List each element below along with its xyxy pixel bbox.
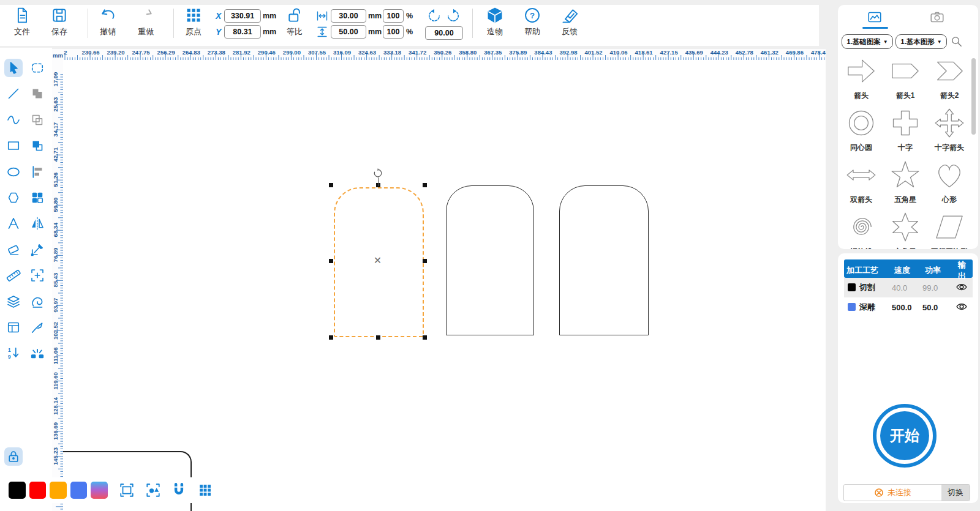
color-swatch-3[interactable] [50,482,67,499]
process-row-深雕[interactable]: 深雕500.050.0 [844,297,973,317]
shape-item-1[interactable]: 箭头 [839,54,883,101]
rotate-handle[interactable] [373,168,383,178]
color-swatch-1[interactable] [9,482,26,499]
start-button[interactable]: 开始 [873,404,937,468]
shape-cross-arrow-icon [930,106,968,140]
frame-icon [119,482,135,498]
layer-color-chip[interactable] [848,303,856,311]
gallery-scrollbar[interactable] [971,58,976,135]
split-tool-button[interactable] [28,344,47,362]
shape-item-11[interactable]: 六角星 [883,210,927,249]
canvas[interactable]: ✕ [63,60,826,511]
save-button[interactable]: 保存 [42,7,77,37]
canvas-shape-3[interactable] [559,185,649,335]
selection-handle[interactable] [376,335,380,340]
help-button[interactable]: ? 帮助 [515,7,549,37]
search-icon[interactable] [951,35,963,48]
shape-item-10[interactable]: 螺旋线 [839,210,883,249]
color-swatch-4[interactable] [70,482,88,499]
dimension-tool-button[interactable] [28,266,47,285]
switch-device-button[interactable]: 切换 [941,485,970,501]
lock-tool-button[interactable] [4,447,23,466]
shape-item-3[interactable]: 箭头2 [927,54,971,101]
category-dropdown[interactable]: 1.基础图案 ▼ [842,34,893,49]
power-value[interactable]: 50.0 [922,303,956,312]
selection-handle[interactable] [423,259,427,263]
combine-tool-button[interactable] [28,136,47,155]
origin-button[interactable]: 原点 [176,7,211,37]
speed-value[interactable]: 40.0 [892,283,922,293]
proportional-lock-button[interactable]: 等比 [277,7,312,37]
height-percent-input[interactable] [383,25,404,39]
power-value[interactable]: 99.0 [922,283,956,293]
subtract-tool-button[interactable] [28,111,47,129]
output-visibility-toggle[interactable] [956,300,973,315]
selection-handle[interactable] [329,183,333,187]
weld-tool-button[interactable] [28,84,47,103]
width-input[interactable] [331,9,366,23]
gallery-tab[interactable] [866,10,883,24]
subcategory-dropdown[interactable]: 1.基本图形 ▼ [895,34,947,49]
line-tool-button[interactable] [4,84,23,103]
color-swatch-5[interactable] [91,482,108,499]
shape-item-7[interactable]: 双箭头 [839,158,883,205]
create-button[interactable]: 造物 [478,7,512,37]
rotate-ccw-button[interactable] [427,9,442,23]
rotation-input[interactable] [425,26,463,40]
mirror-tool-button[interactable] [28,214,47,233]
shape-item-5[interactable]: 十字 [883,106,927,153]
width-percent-input[interactable] [383,9,404,23]
align-icon [30,165,45,179]
shape-item-4[interactable]: 同心圆 [839,106,883,153]
selection-handle[interactable] [423,335,427,340]
rect-tool-button[interactable] [4,136,23,155]
node-edit-tool-button[interactable] [28,241,47,259]
text-tool-button[interactable] [4,214,23,233]
serial-tool-button[interactable]: 19 [4,344,23,362]
selection-handle[interactable] [329,259,333,263]
redo-button[interactable]: 重做 [129,7,163,37]
grid-group-tool-button[interactable] [28,188,47,207]
shape-item-6[interactable]: 十字箭头 [927,106,971,153]
auto-layout-icon [145,482,161,498]
marquee-tool-button[interactable] [28,59,47,77]
y-coordinate-input[interactable] [224,25,261,39]
speed-value[interactable]: 500.0 [892,303,922,312]
shape-item-12[interactable]: 平行四边形 [927,210,971,249]
shape-item-9[interactable]: 心形 [927,158,971,205]
x-coordinate-input[interactable] [224,9,261,23]
layers-tool-button[interactable] [4,293,23,311]
selection-handle[interactable] [329,335,333,340]
selection-handle[interactable] [423,183,427,187]
shape-item-8[interactable]: 五角星 [883,158,927,205]
height-input[interactable] [331,25,366,39]
eraser-tool-button[interactable] [4,241,23,259]
file-button[interactable]: 文件 [5,7,39,37]
offset-tool-button[interactable] [28,293,47,311]
camera-tab[interactable] [929,10,946,24]
layer-color-chip[interactable] [848,283,856,291]
select-tool-button[interactable] [4,59,23,77]
ruler-tool-button[interactable] [4,266,23,285]
shape-item-2[interactable]: 箭头1 [883,54,927,101]
grid9-button[interactable] [196,481,214,499]
ellipse-tool-button[interactable] [4,163,23,181]
table-tool-button[interactable] [4,318,23,337]
frame-button[interactable] [118,481,136,499]
magnet-button[interactable] [170,481,188,499]
auto-layout-button[interactable] [144,481,162,499]
output-visibility-toggle[interactable] [956,281,973,295]
canvas-shape-2[interactable] [446,185,534,335]
pen-tool-button[interactable] [28,318,47,337]
feedback-button[interactable]: 反馈 [552,7,587,37]
align-tool-button[interactable] [28,163,47,181]
polygon-tool-button[interactable] [4,188,23,207]
rotate-cw-button[interactable] [446,9,461,23]
curve-tool-button[interactable] [4,111,23,129]
process-row-切割[interactable]: 切割40.099.0 [844,278,973,297]
color-swatch-2[interactable] [29,482,47,499]
connection-status[interactable]: 未连接 [844,485,941,501]
toolbar-separator [88,9,88,38]
undo-button[interactable]: 撤销 [91,7,125,37]
toolbar-separator [472,9,473,38]
